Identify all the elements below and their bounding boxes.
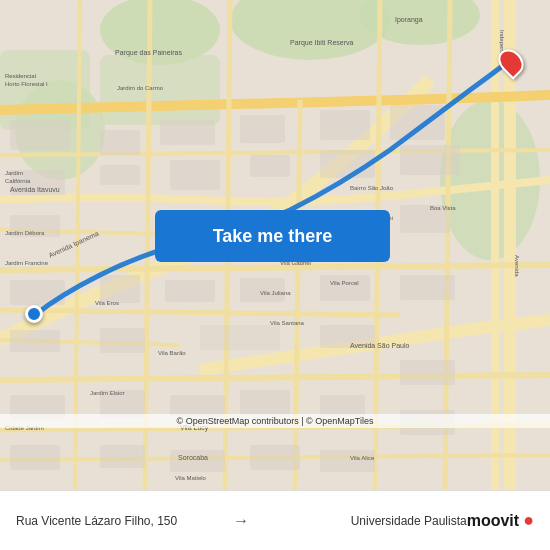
destination-marker [500, 48, 522, 76]
svg-text:Califórnia: Califórnia [5, 178, 31, 184]
bottom-bar: Rua Vicente Lázaro Filho, 150 → Universi… [0, 490, 550, 550]
svg-rect-44 [10, 330, 60, 352]
from-location: Rua Vicente Lázaro Filho, 150 [16, 514, 223, 528]
svg-text:Vila Porcel: Vila Porcel [330, 280, 359, 286]
svg-rect-27 [390, 105, 445, 140]
svg-rect-42 [320, 275, 370, 301]
svg-text:Vila Santana: Vila Santana [270, 320, 305, 326]
svg-text:Iporanga: Iporanga [395, 16, 423, 24]
origin-marker [25, 305, 43, 323]
svg-rect-56 [100, 445, 145, 468]
moovit-brand-text: moovit [467, 512, 519, 530]
svg-text:Vila Alice: Vila Alice [350, 455, 375, 461]
svg-rect-22 [10, 120, 70, 150]
map-container: Avenida Ipanema Avenida Itavuvu Avenida … [0, 0, 550, 490]
svg-rect-31 [250, 155, 290, 177]
svg-rect-23 [100, 130, 140, 155]
take-me-there-button[interactable]: Take me there [155, 210, 390, 262]
svg-text:Jardim do Carmo: Jardim do Carmo [117, 85, 164, 91]
svg-rect-55 [10, 445, 60, 470]
direction-arrow-icon: → [233, 512, 249, 530]
svg-text:Parque das Paineiras: Parque das Paineiras [115, 49, 182, 57]
svg-text:Vila Barão: Vila Barão [158, 350, 186, 356]
svg-rect-33 [400, 145, 460, 175]
svg-rect-46 [200, 325, 280, 350]
svg-text:Vila Eros: Vila Eros [95, 300, 119, 306]
svg-text:Vila Matielo: Vila Matielo [175, 475, 207, 481]
svg-text:Jardim Débora: Jardim Débora [5, 230, 45, 236]
svg-text:Avenida São Paulo: Avenida São Paulo [350, 342, 410, 349]
svg-text:Vila Juliana: Vila Juliana [260, 290, 291, 296]
svg-text:Jardim Francine: Jardim Francine [5, 260, 49, 266]
svg-text:Parque Ibiti Reserva: Parque Ibiti Reserva [290, 39, 354, 47]
svg-rect-40 [165, 280, 215, 302]
svg-rect-39 [100, 275, 140, 303]
map-attribution: © OpenStreetMap contributors | © OpenMap… [0, 414, 550, 428]
svg-text:Avenida: Avenida [514, 255, 520, 277]
svg-text:Boa Vista: Boa Vista [430, 205, 456, 211]
svg-text:Bairro São João: Bairro São João [350, 185, 394, 191]
svg-rect-58 [250, 445, 300, 470]
moovit-logo-dot: ● [523, 510, 534, 531]
svg-rect-26 [320, 110, 370, 140]
svg-text:Jardim: Jardim [5, 170, 23, 176]
svg-text:Sorocaba: Sorocaba [178, 454, 208, 461]
svg-text:Jardim Elsior: Jardim Elsior [90, 390, 125, 396]
svg-rect-59 [320, 450, 375, 472]
svg-text:Residencial: Residencial [5, 73, 36, 79]
svg-rect-30 [170, 160, 220, 190]
svg-rect-6 [0, 50, 90, 130]
svg-rect-52 [240, 390, 290, 415]
svg-text:Horto Florestal I: Horto Florestal I [5, 81, 48, 87]
svg-rect-24 [160, 120, 215, 145]
svg-rect-48 [400, 360, 455, 385]
svg-rect-29 [100, 165, 140, 185]
svg-rect-25 [240, 115, 285, 143]
svg-rect-43 [400, 275, 455, 300]
svg-text:Avenida Itavuvu: Avenida Itavuvu [10, 186, 60, 193]
moovit-logo: moovit ● [467, 510, 534, 531]
to-location: Universidade Paulista [259, 514, 466, 528]
svg-rect-45 [100, 328, 145, 353]
